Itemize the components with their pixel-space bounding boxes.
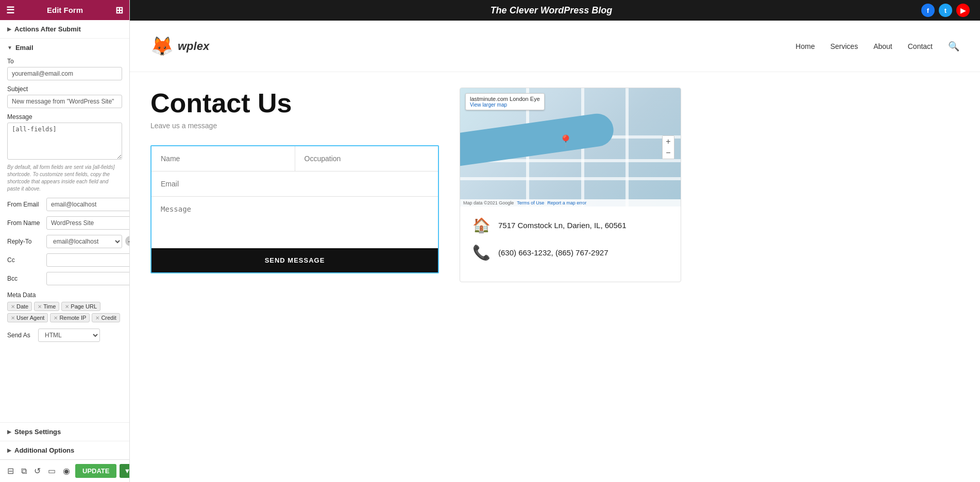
name-input[interactable] xyxy=(151,146,295,171)
info-card-body: 🏠 7517 Comstock Ln, Darien, IL, 60561 📞 … xyxy=(460,206,681,282)
bcc-label: Bcc xyxy=(7,275,42,282)
to-label: To xyxy=(7,58,122,65)
remove-useragent-icon[interactable]: ✕ xyxy=(11,315,15,321)
nav-link-contact[interactable]: Contact xyxy=(908,42,933,50)
from-name-label: From Name xyxy=(7,219,42,227)
map-inner: lastminute.com London Eye View larger ma… xyxy=(460,88,681,206)
map-road-h3 xyxy=(460,177,681,180)
meta-data-label: Meta Data xyxy=(7,291,122,299)
steps-settings[interactable]: Steps Settings xyxy=(0,422,129,441)
meta-tag-remoteip[interactable]: ✕ Remote IP xyxy=(50,313,90,322)
meta-tag-date[interactable]: ✕ Date xyxy=(7,302,32,311)
bcc-row: Bcc xyxy=(7,272,122,285)
layers-icon-button[interactable]: ⊟ xyxy=(5,464,16,478)
top-bar-title: The Clever WordPress Blog xyxy=(491,5,613,16)
address-text: 7517 Comstock Ln, Darien, IL, 60561 xyxy=(498,221,626,230)
logo-text: wplex xyxy=(178,40,209,53)
remove-remoteip-icon[interactable]: ✕ xyxy=(54,315,58,321)
subject-input[interactable] xyxy=(7,95,122,108)
email-input[interactable] xyxy=(151,171,438,197)
meta-tag-time[interactable]: ✕ Time xyxy=(34,302,59,311)
main-content: The Clever WordPress Blog f t ▶ 🦊 wplex … xyxy=(130,0,980,482)
search-icon[interactable]: 🔍 xyxy=(948,41,959,52)
map-pin-icon: 📍 xyxy=(558,134,573,149)
map-placeholder: lastminute.com London Eye View larger ma… xyxy=(460,88,681,206)
address-row: 🏠 7517 Comstock Ln, Darien, IL, 60561 xyxy=(472,217,668,234)
email-section-label: Email xyxy=(15,44,33,51)
left-panel: ☰ Edit Form ⊞ Actions After Submit Email… xyxy=(0,0,130,482)
email-section: Email To Subject Message [all-fields] By… xyxy=(0,39,129,422)
map-zoom-controls: + − xyxy=(662,135,674,159)
bottom-toolbar: ⊟ ⧉ ↺ ▭ ◉ UPDATE ▼ xyxy=(0,459,129,482)
meta-tag-credit[interactable]: ✕ Credit xyxy=(92,313,120,322)
reply-to-select[interactable]: email@localhost xyxy=(46,235,122,248)
message-label: Message xyxy=(7,113,122,120)
remove-date-icon[interactable]: ✕ xyxy=(11,304,15,309)
email-toggle[interactable]: Email xyxy=(7,44,122,51)
nav-link-about[interactable]: About xyxy=(873,42,892,50)
message-textarea[interactable]: [all-fields] xyxy=(7,123,122,160)
remove-credit-icon[interactable]: ✕ xyxy=(95,315,99,321)
map-view-larger-link[interactable]: View larger map xyxy=(470,102,540,108)
from-email-input[interactable] xyxy=(46,198,130,211)
contact-subtitle: Leave us a message xyxy=(150,122,439,130)
cc-row: Cc xyxy=(7,253,122,267)
send-as-label: Send As xyxy=(7,332,34,339)
page-body: Contact Us Leave us a message SEND MESSA… xyxy=(130,72,980,482)
nav-logo: 🦊 wplex xyxy=(150,36,209,57)
to-input[interactable] xyxy=(7,67,122,80)
phone-text: (630) 663-1232, (865) 767-2927 xyxy=(498,248,609,257)
grid-icon[interactable]: ⊞ xyxy=(115,5,123,16)
message-form-textarea[interactable] xyxy=(151,197,438,248)
cc-label: Cc xyxy=(7,256,42,264)
actions-after-submit[interactable]: Actions After Submit xyxy=(0,20,129,39)
map-report-link[interactable]: Report a map error xyxy=(547,200,586,205)
occupation-input[interactable] xyxy=(295,146,438,171)
contact-area: Contact Us Leave us a message SEND MESSA… xyxy=(150,88,439,467)
address-icon: 🏠 xyxy=(472,217,491,234)
contact-form: SEND MESSAGE xyxy=(150,145,439,273)
map-location-name: lastminute.com London Eye xyxy=(470,96,540,102)
left-header: ☰ Edit Form ⊞ xyxy=(0,0,129,20)
twitter-icon[interactable]: t xyxy=(939,4,952,17)
logo-fox-icon: 🦊 xyxy=(150,36,174,57)
remove-pageurl-icon[interactable]: ✕ xyxy=(65,304,69,309)
map-terms-link[interactable]: Terms of Use xyxy=(517,200,544,205)
nav-link-services[interactable]: Services xyxy=(830,42,858,50)
hamburger-icon[interactable]: ☰ xyxy=(6,5,14,16)
zoom-in-button[interactable]: + xyxy=(663,136,674,147)
send-as-row: Send As HTML Plain Text xyxy=(7,329,122,342)
map-label: lastminute.com London Eye View larger ma… xyxy=(465,93,545,110)
contact-title: Contact Us xyxy=(150,88,439,118)
from-email-row: From Email xyxy=(7,198,122,211)
top-bar: The Clever WordPress Blog f t ▶ xyxy=(130,0,980,21)
additional-options[interactable]: Additional Options xyxy=(0,441,129,459)
update-button[interactable]: UPDATE xyxy=(75,464,116,478)
map-footer: Map data ©2021 Google Terms of Use Repor… xyxy=(460,199,681,206)
nav-link-home[interactable]: Home xyxy=(796,42,815,50)
reply-to-row: Reply-To email@localhost xyxy=(7,235,122,248)
meta-tag-pageurl[interactable]: ✕ Page URL xyxy=(61,302,100,311)
meta-tag-useragent[interactable]: ✕ User Agent xyxy=(7,313,48,322)
additional-options-label: Additional Options xyxy=(14,446,74,454)
field-hint: By default, all form fields are sent via… xyxy=(7,164,122,193)
facebook-icon[interactable]: f xyxy=(921,4,935,17)
info-card: lastminute.com London Eye View larger ma… xyxy=(460,88,681,282)
bcc-input[interactable] xyxy=(46,272,130,285)
form-row-name-occupation xyxy=(151,146,438,171)
send-message-button[interactable]: SEND MESSAGE xyxy=(151,248,438,272)
zoom-out-button[interactable]: − xyxy=(663,147,674,159)
from-email-label: From Email xyxy=(7,201,42,208)
history-icon-button[interactable]: ↺ xyxy=(32,464,43,478)
remove-time-icon[interactable]: ✕ xyxy=(38,304,42,309)
desktop-icon-button[interactable]: ▭ xyxy=(46,464,58,478)
send-as-select[interactable]: HTML Plain Text xyxy=(38,329,100,342)
eye-icon-button[interactable]: ◉ xyxy=(61,464,72,478)
from-name-input[interactable] xyxy=(46,216,130,230)
stack-icon-button[interactable]: ⧉ xyxy=(19,464,29,478)
update-arrow-button[interactable]: ▼ xyxy=(120,464,130,478)
cc-input[interactable] xyxy=(46,253,130,267)
youtube-icon[interactable]: ▶ xyxy=(956,4,970,17)
phone-icon: 📞 xyxy=(472,244,491,261)
actions-after-submit-label: Actions After Submit xyxy=(14,25,81,33)
